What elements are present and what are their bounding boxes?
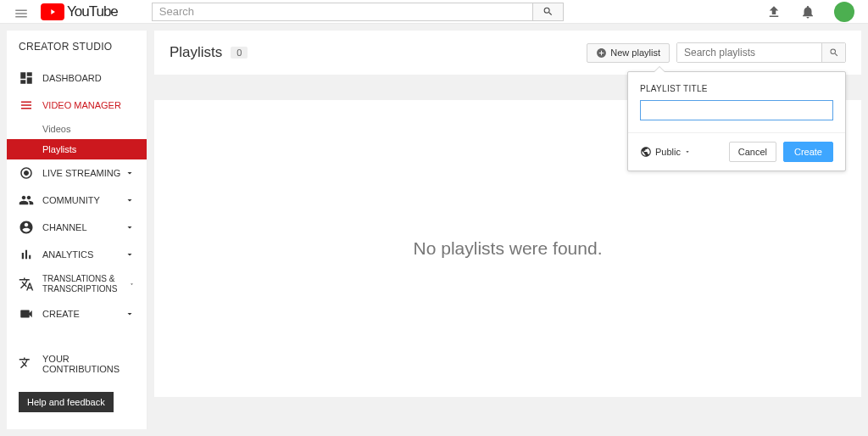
- search-icon: [542, 6, 554, 17]
- video-manager-icon: [19, 98, 34, 113]
- playlist-search-bar: [676, 42, 846, 63]
- create-icon: [19, 306, 34, 321]
- sidebar-item-translations[interactable]: TRANSLATIONS & TRANSCRIPTIONS: [7, 268, 147, 300]
- sidebar-title: CREATOR STUDIO: [7, 41, 147, 64]
- logo-text: YouTube: [67, 3, 118, 20]
- plus-circle-icon: [596, 48, 607, 59]
- sidebar-item-channel[interactable]: CHANNEL: [7, 214, 147, 241]
- popover-actions: Cancel Create: [729, 142, 833, 162]
- chevron-down-icon: [125, 222, 135, 232]
- content: Playlists 0 New playlist ated: [147, 24, 868, 436]
- help-feedback-button[interactable]: Help and feedback: [19, 392, 114, 412]
- empty-state-message: No playlists were found.: [414, 238, 603, 259]
- sidebar: CREATOR STUDIO DASHBOARD VIDEO MANAGER V…: [7, 31, 147, 429]
- privacy-dropdown[interactable]: Public: [640, 146, 691, 158]
- sidebar-item-contributions[interactable]: YOUR CONTRIBUTIONS: [7, 348, 147, 380]
- sidebar-item-analytics[interactable]: ANALYTICS: [7, 241, 147, 268]
- main: CREATOR STUDIO DASHBOARD VIDEO MANAGER V…: [0, 24, 868, 436]
- header-actions: [766, 2, 854, 22]
- playlist-title-input[interactable]: [640, 100, 833, 120]
- page-title: Playlists: [170, 44, 222, 61]
- create-button[interactable]: Create: [783, 142, 833, 162]
- cancel-button[interactable]: Cancel: [729, 142, 776, 162]
- new-playlist-label: New playlist: [610, 48, 660, 58]
- avatar[interactable]: [834, 2, 854, 22]
- contributions-icon: [19, 356, 34, 372]
- notifications-icon[interactable]: [800, 4, 815, 20]
- content-actions: New playlist: [587, 42, 846, 63]
- chevron-down-icon: [129, 279, 135, 289]
- youtube-logo[interactable]: YouTube: [41, 3, 118, 20]
- sidebar-item-label: LIVE STREAMING: [42, 168, 120, 178]
- chevron-down-icon: [125, 309, 135, 319]
- playlist-search-input[interactable]: [677, 43, 821, 62]
- community-icon: [19, 193, 34, 208]
- playlist-search-button[interactable]: [821, 43, 845, 62]
- menu-icon[interactable]: [14, 6, 29, 18]
- sidebar-item-label: DASHBOARD: [42, 73, 102, 83]
- sidebar-item-label: TRANSLATIONS & TRANSCRIPTIONS: [42, 274, 129, 294]
- dashboard-icon: [19, 70, 34, 86]
- search-bar: [152, 3, 564, 21]
- sidebar-item-label: CHANNEL: [42, 222, 87, 232]
- sidebar-item-label: YOUR CONTRIBUTIONS: [42, 354, 135, 374]
- analytics-icon: [19, 247, 34, 262]
- channel-icon: [19, 220, 34, 235]
- sidebar-item-label: COMMUNITY: [42, 195, 100, 205]
- popover-body: PLAYLIST TITLE: [628, 72, 845, 132]
- sidebar-item-community[interactable]: COMMUNITY: [7, 187, 147, 214]
- chevron-down-icon: [125, 168, 135, 178]
- sidebar-item-label: CREATE: [42, 309, 80, 319]
- search-button[interactable]: [533, 3, 564, 21]
- upload-icon[interactable]: [766, 4, 782, 20]
- new-playlist-button[interactable]: New playlist: [587, 43, 670, 63]
- sidebar-item-video-manager[interactable]: VIDEO MANAGER: [7, 92, 147, 119]
- translate-icon: [19, 277, 34, 292]
- sidebar-subitem-videos[interactable]: Videos: [7, 119, 147, 139]
- sidebar-item-label: ANALYTICS: [42, 249, 93, 260]
- content-header: Playlists 0 New playlist: [154, 31, 861, 75]
- sidebar-item-dashboard[interactable]: DASHBOARD: [7, 64, 147, 92]
- youtube-play-icon: [41, 3, 64, 20]
- privacy-label: Public: [655, 147, 681, 157]
- chevron-down-icon: [125, 249, 135, 260]
- sidebar-item-label: VIDEO MANAGER: [42, 100, 121, 110]
- header: YouTube: [0, 0, 868, 24]
- popover-footer: Public Cancel Create: [628, 132, 845, 170]
- chevron-down-icon: [684, 148, 691, 155]
- sidebar-item-live-streaming[interactable]: LIVE STREAMING: [7, 159, 147, 187]
- sidebar-item-create[interactable]: CREATE: [7, 300, 147, 327]
- sidebar-subitem-playlists[interactable]: Playlists: [7, 139, 147, 159]
- live-icon: [19, 165, 34, 181]
- search-icon: [829, 48, 839, 58]
- chevron-down-icon: [125, 195, 135, 205]
- search-input[interactable]: [152, 3, 533, 21]
- playlist-title-label: PLAYLIST TITLE: [640, 84, 833, 93]
- playlist-count-badge: 0: [231, 47, 248, 59]
- new-playlist-popover: PLAYLIST TITLE Public Cancel Create: [627, 71, 846, 171]
- globe-icon: [640, 146, 652, 158]
